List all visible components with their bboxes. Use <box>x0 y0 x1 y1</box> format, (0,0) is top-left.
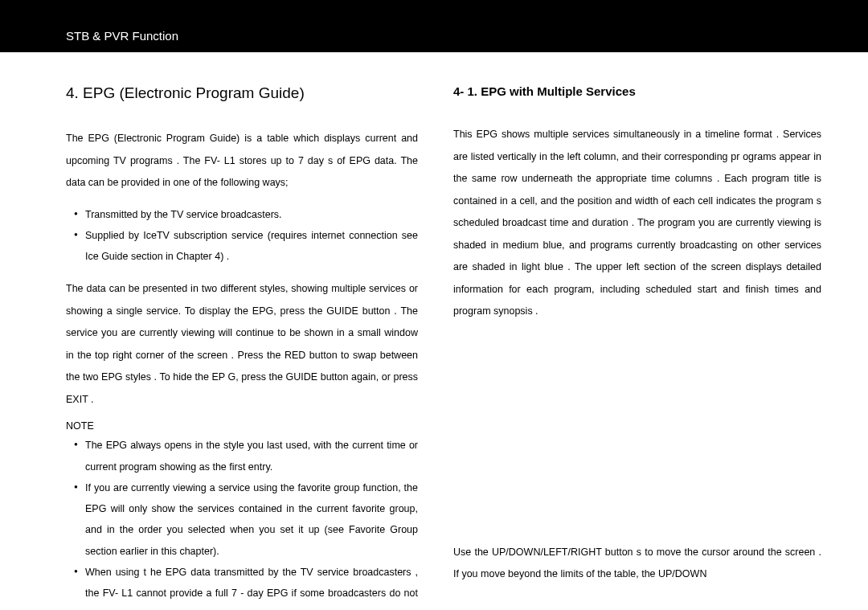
provision-list: Transmitted by the TV service broadcaste… <box>66 204 418 268</box>
list-item: Supplied by IceTV subscription service (… <box>74 225 418 268</box>
section-title: 4. EPG (Electronic Program Guide) <box>66 84 418 102</box>
list-item: Transmitted by the TV service broadcaste… <box>74 204 418 225</box>
page-content: 4. EPG (Electronic Program Guide) The EP… <box>0 52 868 610</box>
body-paragraph: This EPG shows multiple services simulta… <box>453 124 821 323</box>
body-paragraph: The data can be presented in two differe… <box>66 278 418 411</box>
right-column: 4- 1. EPG with Multiple Services This EP… <box>434 84 868 610</box>
list-item: When using t he EPG data transmitted by … <box>74 562 418 610</box>
left-column: 4. EPG (Electronic Program Guide) The EP… <box>0 84 434 610</box>
subsection-title: 4- 1. EPG with Multiple Services <box>453 84 821 98</box>
body-paragraph: Use the UP/DOWN/LEFT/RIGHT button s to m… <box>453 542 821 586</box>
header-bar: STB & PVR Function <box>0 0 868 52</box>
list-item: The EPG always opens in the style you la… <box>74 435 418 477</box>
intro-paragraph: The EPG (Electronic Program Guide) is a … <box>66 128 418 194</box>
list-item: If you are currently viewing a service u… <box>74 477 418 562</box>
note-label: NOTE <box>66 420 418 432</box>
note-list: The EPG always opens in the style you la… <box>66 435 418 610</box>
image-placeholder <box>453 333 821 542</box>
header-title: STB & PVR Function <box>66 29 178 43</box>
